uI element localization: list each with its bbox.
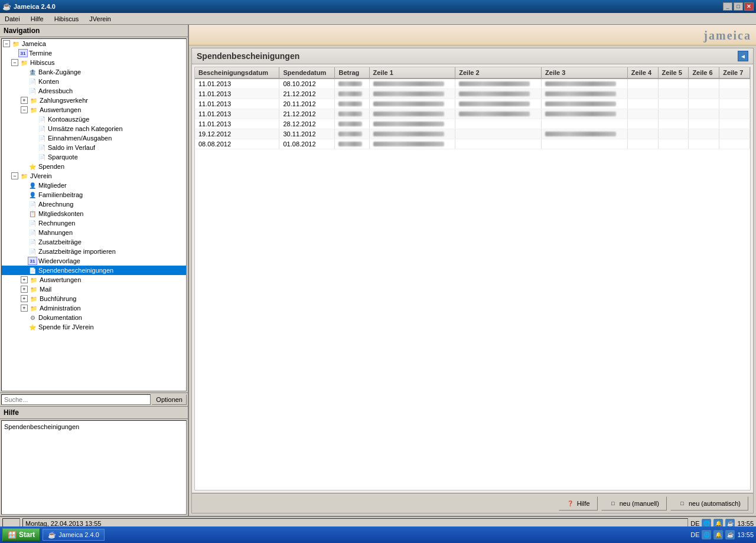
- table-cell: [719, 89, 750, 99]
- table-row[interactable]: 19.12.201230.11.2012: [195, 129, 750, 139]
- taskbar-app[interactable]: ☕ Jameica 2.4.0: [43, 529, 104, 541]
- data-table-container[interactable]: Bescheinigungsdatum Spendedatum Betrag Z…: [194, 67, 751, 490]
- minimize-button[interactable]: _: [723, 2, 732, 11]
- table-row[interactable]: 11.01.201320.11.2012: [195, 99, 750, 109]
- expander-auswertungen-jv[interactable]: +: [21, 276, 28, 283]
- close-button[interactable]: ✕: [744, 2, 754, 11]
- table-cell: [542, 99, 628, 109]
- table-cell: [335, 78, 369, 89]
- tree-item-umsatze-kategorien[interactable]: 📄 Umsätze nach Kategorien: [2, 124, 186, 133]
- table-row[interactable]: 11.01.201321.12.2012: [195, 89, 750, 99]
- tree-item-jameica[interactable]: − 📁 Jameica: [2, 39, 186, 48]
- neu-automatisch-button[interactable]: □ neu (automatisch): [670, 496, 748, 511]
- tree-item-wiedervorlage[interactable]: 31 Wiedervorlage: [2, 256, 186, 266]
- menu-jverein[interactable]: JVerein: [87, 15, 113, 23]
- table-cell: [689, 129, 719, 139]
- tree-item-administration[interactable]: + 📁 Administration: [2, 303, 186, 313]
- table-row[interactable]: 08.08.201201.08.2012: [195, 139, 750, 149]
- tree-item-familienbeitrag[interactable]: 👤 Familienbeitrag: [2, 190, 186, 199]
- tree-item-spende-jverein[interactable]: ⭐ Spende für JVerein: [2, 322, 186, 332]
- content-panel: Spendenbescheinigungen ◄ Bescheinigungsd…: [191, 48, 754, 513]
- panel-nav-icon[interactable]: ◄: [738, 51, 748, 61]
- tree-item-auswertungen-hib[interactable]: − 📁 Auswertungen: [2, 105, 186, 115]
- doc-icon-konten: 📄: [28, 77, 37, 86]
- tree-item-jverein[interactable]: − 📁 JVerein: [2, 171, 186, 181]
- tree-item-abrechnung[interactable]: 📄 Abrechnung: [2, 199, 186, 209]
- expander-jverein[interactable]: −: [11, 172, 18, 179]
- expander-mail[interactable]: +: [21, 286, 28, 293]
- tree-item-termine[interactable]: 31 Termine: [2, 48, 186, 58]
- tree-item-konten[interactable]: 📄 Konten: [2, 77, 186, 86]
- table-cell: [719, 119, 750, 129]
- title-bar-controls[interactable]: _ □ ✕: [723, 2, 754, 11]
- expander-buchfuhrung[interactable]: +: [21, 295, 28, 302]
- search-input[interactable]: [1, 394, 151, 405]
- hilfe-button[interactable]: ❓ Hilfe: [559, 496, 598, 511]
- help-content: Spendenbescheinigungen: [1, 420, 187, 515]
- table-row[interactable]: 11.01.201308.10.2012: [195, 78, 750, 89]
- doc-icon-sparquote: 📄: [37, 153, 47, 161]
- table-cell: [689, 99, 719, 109]
- data-table: Bescheinigungsdatum Spendedatum Betrag Z…: [195, 67, 750, 149]
- options-button[interactable]: Optionen: [152, 394, 187, 405]
- tree-item-sparquote[interactable]: 📄 Sparquote: [2, 152, 186, 162]
- tree-item-zahlungsverkehr[interactable]: + 📁 Zahlungsverkehr: [2, 96, 186, 105]
- start-label: Start: [19, 531, 35, 539]
- tree-item-mitglieder[interactable]: 👤 Mitglieder: [2, 181, 186, 190]
- tree-item-zusatzbeitrage[interactable]: 📄 Zusatzbeiträge: [2, 237, 186, 247]
- expander-hibiscus[interactable]: −: [11, 59, 18, 66]
- tree-item-spendenbescheinigungen[interactable]: 📄 Spendenbescheinigungen: [2, 266, 186, 275]
- table-cell: [455, 99, 542, 109]
- table-cell: [542, 109, 628, 119]
- table-row[interactable]: 11.01.201328.12.2012: [195, 119, 750, 129]
- menu-hilfe[interactable]: Hilfe: [28, 15, 46, 23]
- expander-zahlungsverkehr[interactable]: +: [21, 97, 28, 104]
- tree-item-dokumentation[interactable]: ⚙ Dokumentation: [2, 313, 186, 322]
- table-row[interactable]: 11.01.201321.12.2012: [195, 109, 750, 119]
- maximize-button[interactable]: □: [734, 2, 743, 11]
- menu-datei[interactable]: Datei: [2, 15, 22, 23]
- tree-item-hibiscus[interactable]: − 📁 Hibiscus: [2, 58, 186, 67]
- table-cell: [689, 119, 719, 129]
- col-header-spende: Spendedatum: [279, 67, 335, 78]
- table-cell: 21.12.2012: [279, 109, 335, 119]
- tree-item-buchfuhrung[interactable]: + 📁 Buchführung: [2, 294, 186, 303]
- tree-item-rechnungen[interactable]: 📄 Rechnungen: [2, 218, 186, 228]
- sidebar-tree[interactable]: − 📁 Jameica 31 Termine − 📁 Hibiscus 🏦 Ba…: [1, 38, 187, 391]
- tree-item-auswertungen-jv[interactable]: + 📁 Auswertungen: [2, 275, 186, 284]
- tree-item-spenden-hib[interactable]: ⭐ Spenden: [2, 162, 186, 171]
- expander-jameica[interactable]: −: [3, 40, 10, 47]
- expander-auswertungen-hib[interactable]: −: [21, 106, 28, 113]
- table-cell: [689, 139, 719, 149]
- tree-item-einnahmen-ausgaben[interactable]: 📄 Einnahmen/Ausgaben: [2, 133, 186, 143]
- menu-hibiscus[interactable]: Hibiscus: [52, 15, 82, 23]
- folder-icon-mail: 📁: [29, 285, 38, 293]
- taskbar-locale: DE: [690, 531, 699, 538]
- neu-manuell-button[interactable]: □ neu (manuell): [601, 496, 667, 511]
- tree-item-bank-zugange[interactable]: 🏦 Bank-Zugänge: [2, 67, 186, 77]
- cal-icon-wiedervorlage: 31: [28, 257, 37, 265]
- help-title: Hilfe: [4, 408, 19, 417]
- tree-item-mahnungen[interactable]: 📄 Mahnungen: [2, 228, 186, 237]
- table-cell: [369, 119, 455, 129]
- start-button[interactable]: 🪟 Start: [2, 528, 40, 541]
- taskbar-app-label: Jameica 2.4.0: [58, 531, 99, 538]
- table-cell: 11.01.2013: [195, 89, 279, 99]
- tree-item-zusatzbeitrage-import[interactable]: 📄 Zusatzbeiträge importieren: [2, 247, 186, 256]
- folder-icon-jverein: 📁: [19, 172, 29, 180]
- help-icon: ❓: [566, 499, 575, 508]
- tree-item-mail[interactable]: + 📁 Mail: [2, 284, 186, 294]
- tree-label-dokumentation: Dokumentation: [38, 314, 82, 321]
- tree-label-zusatzbeitrage-import: Zusatzbeiträge importieren: [38, 248, 116, 255]
- tree-item-mitgliedskonten[interactable]: 📋 Mitgliedskonten: [2, 209, 186, 218]
- table-cell: 08.08.2012: [195, 139, 279, 149]
- tree-item-adressbuch[interactable]: 📄 Adressbuch: [2, 86, 186, 96]
- tree-item-kontoauszuge[interactable]: 📄 Kontoauszüge: [2, 115, 186, 124]
- col-header-zeile4: Zeile 4: [627, 67, 658, 78]
- tree-item-saldo-verlauf[interactable]: 📄 Saldo im Verlauf: [2, 143, 186, 152]
- expander-administration[interactable]: +: [21, 305, 28, 312]
- tree-label-spenden-hib: Spenden: [38, 163, 64, 170]
- table-cell: [658, 109, 689, 119]
- table-cell: 19.12.2012: [195, 129, 279, 139]
- tree-label-saldo-verlauf: Saldo im Verlauf: [48, 144, 95, 151]
